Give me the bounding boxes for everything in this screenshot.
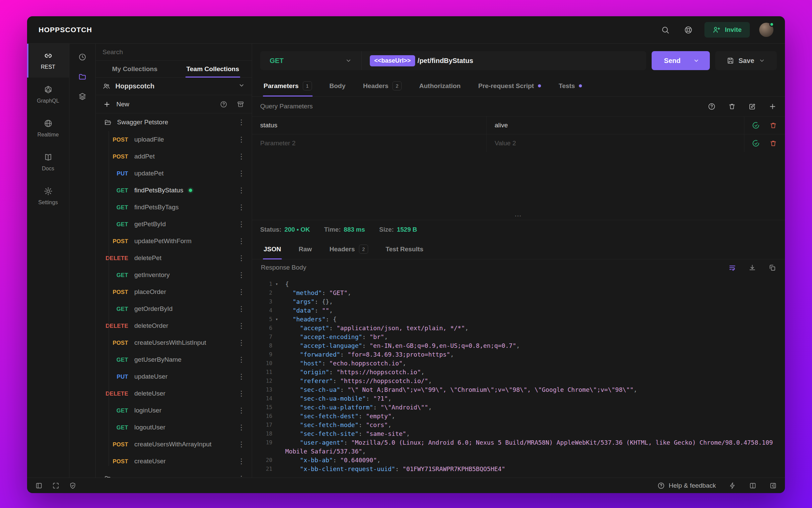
param-active-check-icon[interactable]	[752, 122, 760, 129]
toggle-sidebar-icon[interactable]	[35, 482, 43, 489]
request-item-findPetsByTags[interactable]: GET findPetsByTags ⋮	[96, 199, 252, 216]
request-item-updatePet[interactable]: PUT updatePet ⋮	[96, 165, 252, 182]
split-columns-icon[interactable]	[749, 482, 757, 489]
kebab-menu-icon[interactable]: ⋮	[238, 458, 245, 465]
kebab-menu-icon[interactable]: ⋮	[238, 153, 245, 160]
save-button[interactable]: Save	[715, 51, 777, 70]
param-key-input[interactable]: status	[252, 117, 487, 134]
kebab-menu-icon[interactable]: ⋮	[238, 475, 245, 478]
kebab-menu-icon[interactable]: ⋮	[238, 136, 245, 143]
request-item-addPet[interactable]: POST addPet ⋮	[96, 148, 252, 165]
tab-headers[interactable]: Headers 2	[354, 76, 410, 96]
new-collection-label[interactable]: New	[116, 101, 129, 108]
response-tab-json[interactable]: JSON	[255, 239, 290, 259]
response-tab-raw[interactable]: Raw	[290, 239, 321, 259]
request-item-updatePetWithForm[interactable]: POST updatePetWithForm ⋮	[96, 233, 252, 250]
code-lines[interactable]: 1▾{2 "method": "GET",3 "args": {},4 "dat…	[252, 276, 785, 478]
kebab-menu-icon[interactable]: ⋮	[238, 170, 245, 177]
kebab-menu-icon[interactable]: ⋮	[238, 356, 245, 363]
kebab-menu-icon[interactable]: ⋮	[238, 255, 245, 262]
request-item-createUsersWithListInput[interactable]: POST createUsersWithListInput ⋮	[96, 334, 252, 351]
kebab-menu-icon[interactable]: ⋮	[238, 407, 245, 414]
kebab-menu-icon[interactable]: ⋮	[238, 373, 245, 380]
kebab-menu-icon[interactable]: ⋮	[238, 441, 245, 448]
history-icon[interactable]	[76, 50, 89, 63]
response-tab-headers[interactable]: Headers 2	[321, 239, 377, 259]
send-button[interactable]: Send	[652, 51, 710, 70]
request-item-placeOrder[interactable]: POST placeOrder ⋮	[96, 283, 252, 300]
url-input[interactable]: <<baseUrl>> /pet/findByStatus	[362, 51, 646, 70]
tab-tests[interactable]: Tests	[550, 76, 591, 96]
kebab-menu-icon[interactable]: ⋮	[238, 322, 245, 330]
add-parameter-plus-icon[interactable]	[768, 102, 777, 111]
collections-search-input[interactable]	[103, 48, 245, 56]
request-item-uploadFile[interactable]: POST uploadFile ⋮	[96, 131, 252, 148]
send-options-chevron-icon[interactable]	[693, 51, 710, 70]
kebab-menu-icon[interactable]: ⋮	[238, 424, 245, 431]
tab-parameters[interactable]: Parameters 1	[255, 76, 321, 96]
kebab-menu-icon[interactable]: ⋮	[238, 187, 245, 194]
request-item-deleteOrder[interactable]: DELETE deleteOrder ⋮	[96, 317, 252, 334]
param-delete-trash-icon[interactable]	[769, 140, 777, 147]
collection-folder-clipped[interactable]: ⋮	[96, 470, 252, 478]
sidebar-item-docs[interactable]: Docs	[27, 145, 69, 179]
param-delete-trash-icon[interactable]	[769, 122, 777, 129]
edit-bulk-icon[interactable]	[748, 102, 757, 111]
tab-pre-request-script[interactable]: Pre-request Script	[469, 76, 550, 96]
interceptor-shield-icon[interactable]	[69, 482, 76, 489]
param-key-input[interactable]: Parameter 2	[252, 134, 487, 152]
request-item-getPetById[interactable]: GET getPetById ⋮	[96, 216, 252, 233]
archive-icon[interactable]	[237, 101, 244, 108]
environments-layers-icon[interactable]	[76, 90, 89, 103]
clear-all-trash-icon[interactable]	[727, 102, 736, 111]
method-selector[interactable]: GET	[260, 51, 362, 70]
fold-arrow-icon[interactable]: ▾	[272, 315, 281, 324]
drag-handle-icon[interactable]: ⋯	[252, 212, 785, 220]
collection-folder-swagger-petstore[interactable]: Swagger Petstore ⋮	[96, 113, 252, 131]
invite-button[interactable]: Invite	[704, 22, 750, 38]
shortcuts-zap-icon[interactable]	[729, 482, 736, 489]
kebab-menu-icon[interactable]: ⋮	[238, 305, 245, 313]
request-item-logoutUser[interactable]: GET logoutUser ⋮	[96, 419, 252, 436]
request-item-getOrderById[interactable]: GET getOrderById ⋮	[96, 300, 252, 317]
search-icon[interactable]	[658, 23, 672, 37]
sidebar-item-rest[interactable]: REST	[27, 44, 69, 78]
download-icon[interactable]	[748, 264, 756, 272]
request-item-createUser[interactable]: POST createUser ⋮	[96, 453, 252, 470]
param-active-check-icon[interactable]	[752, 140, 760, 147]
kebab-menu-icon[interactable]: ⋮	[238, 272, 245, 279]
collections-folder-icon[interactable]	[76, 70, 89, 83]
param-value-input[interactable]: alive	[487, 117, 744, 134]
request-item-getUserByName[interactable]: GET getUserByName ⋮	[96, 351, 252, 368]
user-avatar[interactable]	[759, 23, 773, 37]
request-item-loginUser[interactable]: GET loginUser ⋮	[96, 402, 252, 419]
request-item-deletePet[interactable]: DELETE deletePet ⋮	[96, 250, 252, 267]
team-selector[interactable]: Hoppscotch	[96, 78, 252, 95]
request-item-getInventory[interactable]: GET getInventory ⋮	[96, 267, 252, 283]
kebab-menu-icon[interactable]: ⋮	[238, 238, 245, 245]
expand-shortcuts-icon[interactable]	[52, 482, 60, 489]
collapse-right-panel-icon[interactable]	[769, 482, 777, 489]
help-circle-icon[interactable]	[707, 102, 716, 111]
sidebar-item-graphql[interactable]: GraphQL	[27, 78, 69, 111]
wrap-lines-icon[interactable]	[728, 264, 736, 272]
tab-authorization[interactable]: Authorization	[410, 76, 469, 96]
kebab-menu-icon[interactable]: ⋮	[238, 289, 245, 296]
tab-team-collections[interactable]: Team Collections	[174, 61, 252, 77]
kebab-menu-icon[interactable]: ⋮	[238, 119, 245, 126]
fold-arrow-icon[interactable]: ▾	[272, 280, 281, 289]
kebab-menu-icon[interactable]: ⋮	[238, 390, 245, 397]
kebab-menu-icon[interactable]: ⋮	[238, 221, 245, 228]
sidebar-item-settings[interactable]: Settings	[27, 179, 69, 213]
param-value-input[interactable]: Value 2	[487, 134, 744, 152]
support-icon[interactable]	[681, 23, 695, 37]
tab-body[interactable]: Body	[321, 76, 355, 96]
sidebar-item-realtime[interactable]: Realtime	[27, 111, 69, 145]
response-tab-test-results[interactable]: Test Results	[377, 239, 432, 259]
help-feedback-button[interactable]: Help & feedback	[657, 482, 716, 489]
tab-my-collections[interactable]: My Collections	[96, 61, 174, 77]
request-item-updateUser[interactable]: PUT updateUser ⋮	[96, 368, 252, 385]
request-item-deleteUser[interactable]: DELETE deleteUser ⋮	[96, 385, 252, 402]
save-options-chevron-icon[interactable]	[759, 57, 765, 64]
plus-icon[interactable]	[103, 101, 111, 108]
